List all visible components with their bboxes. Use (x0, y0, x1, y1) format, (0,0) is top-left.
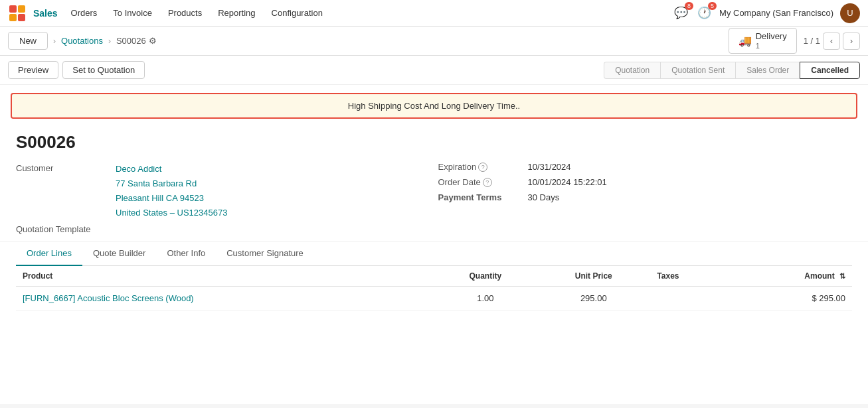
customer-row: Customer Deco Addict 77 Santa Barbara Rd… (16, 162, 430, 220)
table-area: Product Quantity Unit Price Taxes Amount… (0, 266, 868, 310)
payment-terms-row: Payment Terms 30 Days (438, 192, 853, 202)
unit-price-cell: 295.00 (537, 287, 650, 310)
customer-name-link[interactable]: Deco Addict (116, 162, 227, 176)
col-header-unit-price: Unit Price (537, 266, 650, 287)
nav-to-invoice[interactable]: To Invoice (106, 4, 159, 22)
form-left: Customer Deco Addict 77 Santa Barbara Rd… (16, 162, 430, 234)
delivery-button[interactable]: 🚚 Delivery 1 (729, 28, 797, 54)
customer-label: Customer (16, 162, 116, 173)
order-table: Product Quantity Unit Price Taxes Amount… (16, 266, 852, 310)
order-date-value: 10/01/2024 15:22:01 (528, 177, 607, 187)
quantity-cell: 1.00 (434, 287, 537, 310)
avatar-initial: U (847, 8, 853, 18)
topnav-right: 💬 8 🕐 5 My Company (San Francisco) U (673, 3, 860, 23)
address-line3[interactable]: United States – US12345673 (116, 206, 227, 220)
col-header-quantity: Quantity (434, 266, 537, 287)
chat-badge: 8 (685, 2, 693, 10)
preview-button[interactable]: Preview (8, 61, 58, 79)
settings-icon[interactable]: ⚙ (149, 36, 157, 46)
payment-terms-value[interactable]: 30 Days (528, 192, 560, 202)
breadcrumb-separator-2: › (108, 36, 111, 46)
status-quotation-sent[interactable]: Quotation Sent (660, 62, 735, 79)
order-date-label: Order Date ? (438, 177, 528, 187)
delivery-label: Delivery 1 (756, 31, 787, 50)
table-row: [FURN_6667] Acoustic Bloc Screens (Wood)… (16, 287, 852, 310)
app-logo[interactable] (8, 4, 27, 23)
quotation-template-label: Quotation Template (16, 224, 116, 234)
svg-rect-0 (9, 5, 17, 13)
status-cancelled[interactable]: Cancelled (800, 62, 860, 79)
chat-notification-btn[interactable]: 💬 8 (673, 5, 689, 21)
address-line1[interactable]: 77 Santa Barbara Rd (116, 176, 227, 191)
expiration-label: Expiration ? (438, 162, 528, 172)
tabs-area: Order Lines Quote Builder Other Info Cus… (0, 241, 868, 266)
topnav: Sales Orders To Invoice Products Reporti… (0, 0, 868, 27)
col-header-taxes: Taxes (650, 266, 730, 287)
clock-notification-btn[interactable]: 🕐 5 (696, 5, 713, 21)
nav-configuration[interactable]: Configuration (265, 4, 329, 22)
delivery-count: 1 (756, 42, 760, 50)
expiration-value[interactable]: 10/31/2024 (528, 162, 571, 172)
order-date-help-icon[interactable]: ? (483, 178, 492, 187)
breadcrumb-id: S00026 (116, 36, 146, 46)
status-bar: Quotation Quotation Sent Sales Order Can… (604, 62, 860, 79)
order-id: S00026 (16, 132, 852, 153)
svg-rect-3 (18, 14, 25, 21)
pagination: 1 / 1 ‹ › (804, 33, 860, 50)
nav-orders[interactable]: Orders (64, 4, 104, 22)
company-name: My Company (San Francisco) (719, 8, 833, 18)
address-line2[interactable]: Pleasant Hill CA 94523 (116, 191, 227, 206)
main-content: High Shipping Cost And Long Delivery Tim… (0, 85, 868, 404)
col-header-product: Product (16, 266, 434, 287)
delivery-text: Delivery (756, 31, 787, 42)
form-area: S00026 Customer Deco Addict 77 Santa Bar… (0, 127, 868, 234)
prev-page-btn[interactable]: ‹ (823, 33, 840, 50)
clock-badge: 5 (708, 2, 717, 10)
form-grid: Customer Deco Addict 77 Santa Barbara Rd… (16, 162, 852, 234)
new-button[interactable]: New (8, 32, 48, 50)
form-right: Expiration ? 10/31/2024 Order Date ? 10/… (438, 162, 853, 234)
tab-other-info[interactable]: Other Info (156, 241, 216, 266)
amount-cell: $ 295.00 (730, 287, 852, 310)
quotation-template-row: Quotation Template (16, 224, 430, 234)
nav-app-name[interactable]: Sales (33, 8, 58, 19)
truck-icon: 🚚 (738, 34, 752, 47)
nav-reporting[interactable]: Reporting (211, 4, 262, 22)
nav-right: 🚚 Delivery 1 1 / 1 ‹ › (729, 28, 860, 54)
next-page-btn[interactable]: › (843, 33, 860, 50)
table-header-row: Product Quantity Unit Price Taxes Amount… (16, 266, 852, 287)
customer-address: Deco Addict 77 Santa Barbara Rd Pleasant… (116, 162, 227, 220)
tab-quote-builder[interactable]: Quote Builder (82, 241, 157, 266)
order-date-row: Order Date ? 10/01/2024 15:22:01 (438, 177, 853, 187)
action-bar: Preview Set to Quotation Quotation Quota… (0, 56, 868, 85)
nav-products[interactable]: Products (161, 4, 209, 22)
col-header-amount[interactable]: Amount ⇅ (730, 266, 852, 287)
payment-terms-label: Payment Terms (438, 192, 528, 202)
amount-sort-icon: ⇅ (839, 272, 845, 280)
pagination-text: 1 / 1 (804, 36, 820, 46)
set-to-quotation-button[interactable]: Set to Quotation (62, 61, 145, 79)
warning-banner: High Shipping Cost And Long Delivery Tim… (11, 93, 857, 119)
tabs: Order Lines Quote Builder Other Info Cus… (16, 241, 852, 266)
expiration-help-icon[interactable]: ? (478, 163, 487, 172)
svg-rect-1 (18, 5, 25, 13)
svg-rect-2 (9, 14, 17, 21)
breadcrumb-current: S00026 ⚙ (116, 36, 157, 46)
status-sales-order[interactable]: Sales Order (735, 62, 800, 79)
tab-order-lines[interactable]: Order Lines (16, 241, 82, 266)
breadcrumb-separator-1: › (53, 36, 56, 46)
breadcrumb-bar: New › Quotations › S00026 ⚙ 🚚 Delivery 1… (0, 27, 868, 56)
product-cell[interactable]: [FURN_6667] Acoustic Bloc Screens (Wood) (16, 287, 434, 310)
tab-customer-signature[interactable]: Customer Signature (216, 241, 314, 266)
breadcrumb-parent[interactable]: Quotations (61, 36, 103, 46)
avatar[interactable]: U (840, 3, 860, 23)
taxes-cell (650, 287, 730, 310)
warning-text: High Shipping Cost And Long Delivery Tim… (348, 101, 520, 111)
expiration-row: Expiration ? 10/31/2024 (438, 162, 853, 172)
status-quotation[interactable]: Quotation (604, 62, 660, 79)
